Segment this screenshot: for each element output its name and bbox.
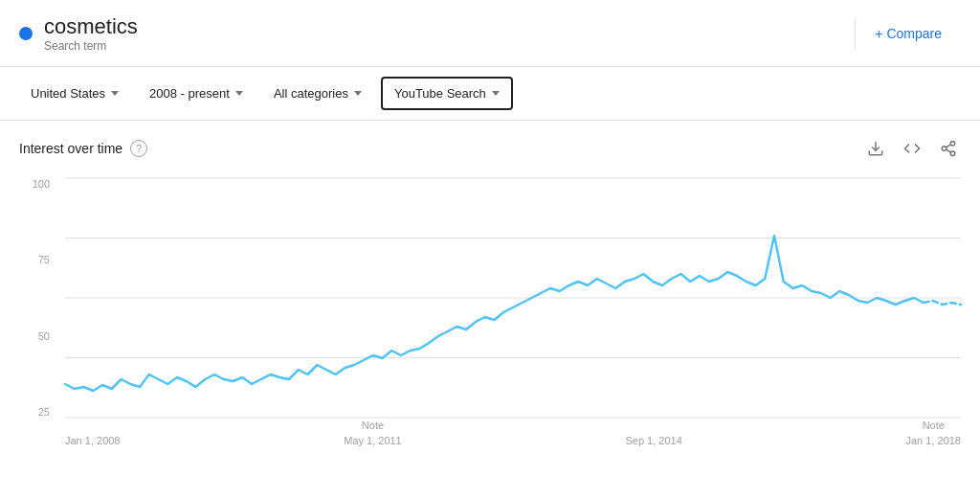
source-label: YouTube Search [394, 86, 486, 101]
period-chevron-icon [235, 91, 243, 96]
svg-point-3 [950, 151, 955, 156]
term-type: Search term [44, 39, 138, 53]
chart-area: 100 75 50 25 Jan 1, 2008 Note May 1, 201… [0, 169, 980, 465]
source-chevron-icon [492, 91, 500, 96]
svg-line-5 [946, 145, 950, 147]
category-chevron-icon [354, 91, 362, 96]
period-filter[interactable]: 2008 - present [138, 79, 255, 108]
x-label-2018: Jan 1, 2018 [906, 435, 962, 446]
svg-line-4 [946, 149, 950, 152]
share-button[interactable] [936, 136, 961, 161]
search-term-block: cosmetics Search term [19, 14, 855, 53]
help-char: ? [136, 143, 142, 154]
source-filter[interactable]: YouTube Search [381, 77, 513, 110]
term-name: cosmetics [44, 14, 138, 39]
y-label-100: 100 [33, 178, 50, 190]
region-label: United States [31, 86, 105, 101]
note-block-2: Note Jan 1, 2018 [906, 435, 962, 446]
trend-chart [65, 178, 961, 418]
download-button[interactable] [863, 136, 888, 161]
x-label-2008: Jan 1, 2008 [65, 435, 121, 446]
help-icon[interactable]: ? [130, 140, 147, 157]
y-axis-labels: 100 75 50 25 [19, 178, 57, 418]
x-label-2011: May 1, 2011 [344, 435, 402, 446]
term-color-dot [19, 27, 33, 40]
region-chevron-icon [111, 91, 119, 96]
section-actions [863, 136, 961, 161]
y-label-50: 50 [38, 330, 50, 342]
category-filter[interactable]: All categories [262, 79, 373, 108]
compare-button[interactable]: + Compare [855, 18, 961, 49]
note-label-1: Note [362, 420, 384, 431]
svg-point-2 [942, 147, 947, 151]
filters-bar: United States 2008 - present All categor… [0, 67, 980, 121]
note-block-1: Note May 1, 2011 [344, 435, 402, 446]
svg-point-1 [950, 142, 955, 147]
note-label-2: Note [923, 420, 945, 431]
embed-button[interactable] [900, 136, 924, 161]
term-info: cosmetics Search term [44, 14, 138, 53]
header-bar: cosmetics Search term + Compare [0, 0, 980, 67]
section-title-text: Interest over time [19, 141, 122, 156]
section-title-block: Interest over time ? [19, 140, 147, 157]
x-label-2014: Sep 1, 2014 [625, 435, 681, 446]
category-label: All categories [274, 86, 348, 101]
region-filter[interactable]: United States [19, 79, 130, 108]
y-label-75: 75 [38, 254, 50, 265]
chart-container: 100 75 50 25 Jan 1, 2008 Note May 1, 201… [19, 178, 961, 446]
y-label-25: 25 [38, 406, 50, 418]
period-label: 2008 - present [149, 86, 230, 101]
section-header: Interest over time ? [0, 121, 980, 169]
x-axis-labels: Jan 1, 2008 Note May 1, 2011 Sep 1, 2014… [65, 435, 961, 446]
